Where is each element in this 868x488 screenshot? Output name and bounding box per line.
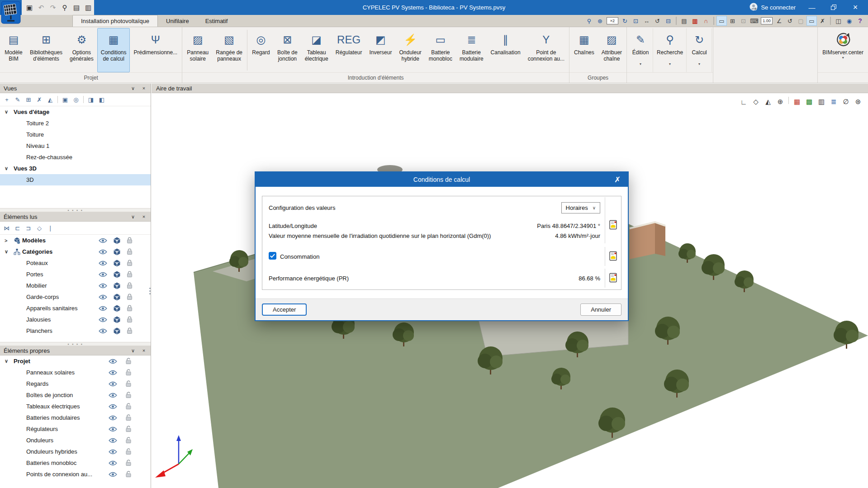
view-visibility-icon[interactable]: ◭ — [45, 95, 55, 104]
visibility-eye-icon[interactable] — [99, 272, 107, 277]
edit-consumption-button[interactable] — [609, 251, 618, 262]
onduleur-hybride-button[interactable]: ⚡ Onduleur hybride — [395, 28, 425, 72]
keyboard-icon[interactable]: ⌨ — [749, 16, 759, 26]
hide-elements-icon[interactable]: ∅ — [840, 97, 851, 107]
chevron-icon[interactable]: ∨ — [5, 249, 14, 255]
panel-left-icon[interactable]: ⊏ — [13, 223, 23, 233]
project-element-row[interactable]: Batteries modulaires — [0, 412, 151, 423]
panel-splitter[interactable]: ▪ ▪ ▪ ▪ — [0, 208, 151, 212]
canalisation-button[interactable]: ∥ Canalisation — [487, 28, 524, 72]
chevron-icon[interactable]: ∨ — [5, 166, 14, 171]
grid-icon[interactable]: ⊞ — [727, 16, 738, 26]
scale-icon[interactable]: 1.00 — [761, 17, 773, 24]
minimize-button[interactable]: — — [802, 0, 822, 15]
dxf-dwg-icon[interactable]: ▤ — [679, 16, 689, 26]
visibility-eye-icon[interactable] — [99, 249, 107, 255]
redo-icon[interactable]: ↷ — [48, 2, 58, 13]
camera-icon[interactable]: ▣ — [60, 95, 70, 104]
lock-icon[interactable] — [127, 271, 133, 278]
cancel-button[interactable]: Annuler — [580, 303, 621, 316]
duplicate-view-icon[interactable]: ⊞ — [24, 95, 33, 104]
new-view-icon[interactable]: + — [2, 95, 12, 104]
page-copy-icon[interactable]: ◧ — [97, 95, 107, 104]
visibility-eye-icon[interactable] — [99, 306, 107, 311]
calcul-button[interactable]: ↻ Calcul — [687, 28, 712, 72]
project-element-row[interactable]: Régulateurs — [0, 423, 151, 435]
quick-zoom-icon[interactable]: ⚲ — [584, 16, 594, 26]
layers-icon[interactable]: ≣ — [828, 97, 839, 107]
help-icon[interactable]: ? — [855, 16, 865, 26]
vues-toolbar-icon[interactable] — [83, 96, 84, 103]
visibility-eye-icon[interactable] — [109, 426, 117, 432]
bimserver-center-button[interactable]: BIMserver.center — [819, 28, 867, 72]
cube-3d-icon[interactable] — [114, 237, 120, 244]
view-tree-item[interactable]: Toiture — [0, 129, 151, 140]
element-row[interactable]: Poteaux — [0, 257, 151, 269]
edition-button[interactable]: ✎ Édition — [628, 28, 653, 72]
view-tree-item[interactable]: Toiture 2 — [0, 118, 151, 129]
edit-performance-button[interactable] — [609, 273, 618, 284]
lock-icon[interactable] — [127, 282, 133, 289]
rotate-angle-icon[interactable]: ↺ — [785, 16, 795, 26]
predimensionnement-button[interactable]: Ψ Prédimensionne... — [130, 28, 181, 72]
close-button[interactable]: × — [845, 0, 865, 15]
project-element-row[interactable]: Onduleurs — [0, 435, 151, 446]
cube-3d-icon[interactable] — [114, 294, 120, 301]
lock-icon[interactable] — [127, 294, 133, 300]
cube-3d-icon[interactable] — [114, 282, 120, 289]
visibility-icon[interactable]: ◭ — [763, 97, 773, 107]
orbit-icon[interactable]: ↺ — [652, 16, 663, 26]
project-element-row[interactable]: Regards — [0, 378, 151, 389]
element-row[interactable]: ∨ Catégories — [0, 246, 151, 257]
visibility-eye-icon[interactable] — [109, 393, 117, 398]
cube-3d-icon[interactable] — [114, 327, 120, 335]
regulateur-button[interactable]: REG Régulateur — [332, 28, 366, 72]
mini-toolbar-icon[interactable] — [830, 17, 831, 25]
visibility-eye-icon[interactable] — [99, 317, 107, 322]
unlock-icon[interactable] — [125, 426, 132, 432]
measure-icon[interactable]: ∟ — [738, 97, 749, 107]
element-row[interactable]: Garde-corps — [0, 291, 151, 303]
effects-icon[interactable]: ⊛ — [853, 97, 863, 107]
undo-icon[interactable]: ↶ — [36, 2, 46, 13]
chevron-icon[interactable]: > — [5, 238, 14, 243]
tab-estimatif[interactable]: Estimatif — [197, 15, 236, 27]
element-row[interactable]: Planchers — [0, 325, 151, 336]
cube-3d-icon[interactable] — [114, 248, 120, 256]
cube-3d-icon[interactable] — [114, 271, 120, 278]
visibility-eye-icon[interactable] — [99, 238, 107, 243]
chevron-icon[interactable]: ∨ — [5, 358, 14, 364]
pan-icon[interactable]: ↔ — [641, 16, 652, 26]
dxf-manage-icon[interactable]: ▥ — [690, 16, 700, 26]
element-row[interactable]: Portes — [0, 269, 151, 280]
tableau-electrique-button[interactable]: ◪ Tableau électrique — [301, 28, 332, 72]
view-cube-icon[interactable]: ◇ — [750, 97, 761, 107]
visibility-eye-icon[interactable] — [109, 370, 117, 375]
lock-icon[interactable] — [127, 260, 133, 266]
visibility-eye-icon[interactable] — [109, 381, 117, 387]
unlock-icon[interactable] — [125, 437, 132, 444]
cube-3d-icon[interactable] — [114, 316, 120, 323]
element-row[interactable]: > Modèles — [0, 235, 151, 246]
unlock-icon[interactable] — [125, 448, 132, 455]
mini-toolbar-icon[interactable] — [713, 17, 714, 25]
lock-icon[interactable] — [127, 237, 133, 244]
orbit-3d-icon[interactable]: ⊕ — [775, 97, 786, 107]
dialog-title-bar[interactable]: Conditions de calcul ✗ — [256, 172, 628, 187]
marquee-icon[interactable]: ▢ — [796, 16, 806, 26]
project-element-row[interactable]: Tableaux électriques — [0, 401, 151, 412]
send-view-icon[interactable]: ⊟ — [663, 16, 674, 26]
unlock-icon[interactable] — [125, 392, 132, 398]
vues-toolbar-icon[interactable] — [57, 96, 58, 103]
page-icon[interactable]: ◨ — [86, 95, 96, 104]
panel-splitter[interactable]: ▪ ▪ ▪ ▪ — [0, 342, 151, 346]
element-row[interactable]: Appareils sanitaires — [0, 303, 151, 314]
globe-icon[interactable]: ◉ — [844, 16, 854, 26]
cube-3d-icon[interactable] — [114, 305, 120, 312]
sidebar-resize-grip[interactable] — [149, 285, 151, 297]
element-row[interactable]: Mobilier — [0, 280, 151, 291]
comment-icon[interactable]: ▭ — [806, 16, 817, 26]
mini-toolbar-icon[interactable] — [676, 17, 677, 25]
conditions-calcul-button[interactable]: ▦ Conditions de calcul — [97, 28, 130, 72]
boite-jonction-button[interactable]: ⊠ Boîte de jonction — [274, 28, 301, 72]
